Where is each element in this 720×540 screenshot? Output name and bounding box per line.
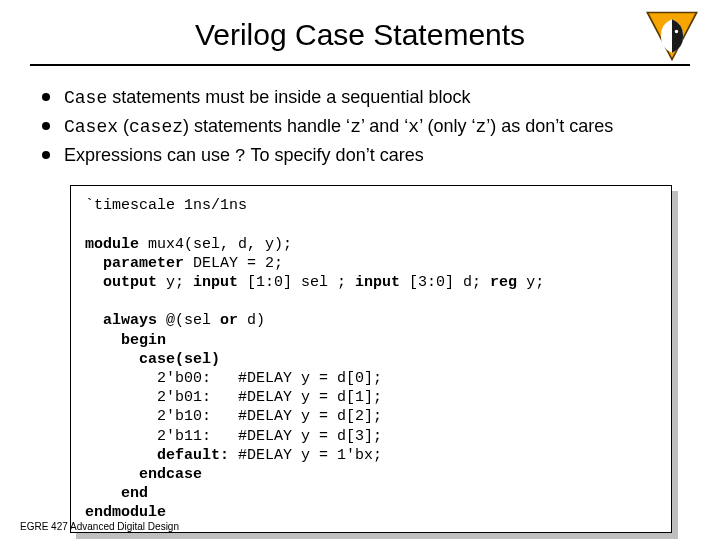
bullet-text: ’) as don’t cares bbox=[486, 116, 613, 136]
bullet-code: ? bbox=[235, 146, 246, 166]
code-kw: parameter bbox=[85, 255, 184, 272]
bullet-item: Case statements must be inside a sequent… bbox=[38, 84, 690, 111]
bullet-text: Expressions can use bbox=[64, 145, 235, 165]
bullet-list: Case statements must be inside a sequent… bbox=[38, 84, 690, 169]
bullet-text: statements must be inside a sequential b… bbox=[107, 87, 470, 107]
bullet-code: z bbox=[475, 117, 486, 137]
code-kw: or bbox=[220, 312, 238, 329]
vt-logo-icon bbox=[644, 8, 700, 64]
code-line: 2'b00: #DELAY y = d[0]; bbox=[85, 370, 382, 387]
code-kw: reg bbox=[490, 274, 517, 291]
code-kw: case(sel) bbox=[85, 351, 220, 368]
code-text: mux4(sel, d, y); bbox=[139, 236, 292, 253]
code-kw: input bbox=[193, 274, 238, 291]
code-kw: default: bbox=[85, 447, 229, 464]
code-kw: end bbox=[85, 485, 148, 502]
code-line: 2'b01: #DELAY y = d[1]; bbox=[85, 389, 382, 406]
bullet-text: ( bbox=[118, 116, 129, 136]
code-text: #DELAY y = 1'bx; bbox=[229, 447, 382, 464]
code-line: `timescale 1ns/1ns bbox=[85, 197, 247, 214]
code-text: d) bbox=[238, 312, 265, 329]
bullet-code: x bbox=[408, 117, 419, 137]
bullet-text: To specify don’t cares bbox=[246, 145, 424, 165]
code-kw: endcase bbox=[85, 466, 202, 483]
code-text: [1:0] sel ; bbox=[238, 274, 355, 291]
svg-point-1 bbox=[675, 30, 678, 33]
title-row: Verilog Case Statements bbox=[30, 18, 690, 52]
bullet-code: Casex bbox=[64, 117, 118, 137]
code-kw: always bbox=[85, 312, 157, 329]
code-block-wrap: `timescale 1ns/1ns module mux4(sel, d, y… bbox=[70, 185, 672, 533]
code-text: y; bbox=[517, 274, 544, 291]
code-text: y; bbox=[157, 274, 193, 291]
code-kw: module bbox=[85, 236, 139, 253]
code-blank bbox=[85, 216, 94, 233]
code-kw: endmodule bbox=[85, 504, 166, 521]
code-blank bbox=[85, 293, 94, 310]
bullet-text: ’ (only ‘ bbox=[419, 116, 475, 136]
code-text: [3:0] d; bbox=[400, 274, 490, 291]
code-line: 2'b11: #DELAY y = d[3]; bbox=[85, 428, 382, 445]
code-block: `timescale 1ns/1ns module mux4(sel, d, y… bbox=[70, 185, 672, 533]
footer-text: EGRE 427 Advanced Digital Design bbox=[20, 521, 179, 532]
code-text: @(sel bbox=[157, 312, 220, 329]
title-divider bbox=[30, 64, 690, 66]
bullet-code: z bbox=[350, 117, 361, 137]
code-kw: output bbox=[85, 274, 157, 291]
bullet-code: Case bbox=[64, 88, 107, 108]
bullet-item: Casex (casez) statements handle ‘z’ and … bbox=[38, 113, 690, 140]
bullet-text: ’ and ‘ bbox=[361, 116, 408, 136]
slide: Verilog Case Statements Case statements … bbox=[0, 0, 720, 540]
code-kw: input bbox=[355, 274, 400, 291]
code-text: DELAY = 2; bbox=[184, 255, 283, 272]
bullet-text: ) statements handle ‘ bbox=[183, 116, 350, 136]
bullet-code: casez bbox=[129, 117, 183, 137]
page-title: Verilog Case Statements bbox=[30, 18, 690, 52]
bullet-item: Expressions can use ? To specify don’t c… bbox=[38, 142, 690, 169]
code-kw: begin bbox=[85, 332, 166, 349]
code-line: 2'b10: #DELAY y = d[2]; bbox=[85, 408, 382, 425]
